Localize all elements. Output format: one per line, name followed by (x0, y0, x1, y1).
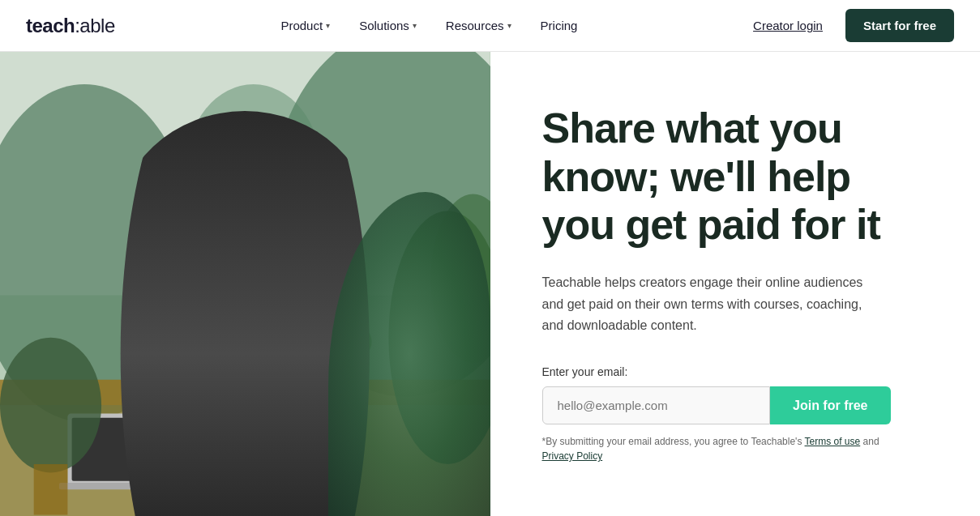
svg-point-9 (190, 173, 309, 308)
svg-point-14 (243, 258, 251, 270)
svg-point-20 (238, 393, 242, 398)
start-for-free-button[interactable]: Start for free (845, 9, 954, 42)
svg-point-2 (271, 52, 490, 397)
svg-point-34 (431, 194, 490, 363)
logo[interactable]: teach:able (26, 15, 115, 37)
resources-chevron-icon: ▾ (507, 21, 511, 30)
terms-of-use-link[interactable]: Terms of use (805, 436, 861, 447)
hero-image-wrapper (0, 52, 490, 516)
svg-point-25 (292, 321, 368, 380)
svg-rect-16 (195, 371, 296, 430)
svg-point-10 (188, 151, 310, 245)
nav-links: Product ▾ Solutions ▾ Resources ▾ Pricin… (269, 12, 588, 39)
hero-section: Share what you know; we'll help you get … (0, 52, 980, 516)
svg-point-33 (388, 211, 490, 464)
svg-point-18 (232, 387, 259, 414)
hero-content: Share what you know; we'll help you get … (490, 72, 981, 497)
svg-point-19 (237, 392, 254, 409)
hero-subtitle: Teachable helps creators engage their on… (542, 272, 867, 336)
logo-bold: teach (26, 15, 75, 36)
svg-rect-32 (34, 464, 68, 515)
creator-login-button[interactable]: Creator login (743, 12, 832, 39)
disclaimer-text: *By submitting your email address, you a… (542, 434, 891, 463)
svg-rect-15 (186, 363, 304, 439)
svg-rect-8 (169, 279, 329, 447)
nav-right: Creator login Start for free (743, 9, 954, 42)
hero-title: Share what you know; we'll help you get … (542, 104, 932, 249)
nav-solutions[interactable]: Solutions ▾ (348, 12, 428, 39)
svg-point-4 (186, 84, 321, 253)
join-for-free-button[interactable]: Join for free (770, 386, 890, 424)
svg-point-7 (143, 262, 346, 516)
svg-rect-21 (235, 439, 255, 506)
svg-point-12 (221, 237, 235, 253)
svg-point-31 (0, 338, 101, 473)
svg-point-11 (173, 181, 233, 258)
svg-rect-27 (308, 384, 350, 397)
navbar: teach:able Product ▾ Solutions ▾ Resourc… (0, 0, 980, 52)
email-form: Join for free (542, 386, 891, 424)
hero-image (0, 52, 490, 516)
svg-rect-30 (59, 483, 186, 489)
logo-light: :able (75, 15, 115, 36)
svg-point-26 (321, 321, 372, 363)
privacy-policy-link[interactable]: Privacy Policy (542, 450, 603, 462)
email-label: Enter your email: (542, 365, 932, 378)
nav-pricing[interactable]: Pricing (529, 12, 589, 39)
svg-line-22 (195, 456, 246, 516)
svg-point-13 (259, 237, 273, 253)
product-chevron-icon: ▾ (326, 21, 330, 30)
solutions-chevron-icon: ▾ (413, 21, 417, 30)
email-input[interactable] (542, 386, 771, 424)
hero-illustration (0, 52, 490, 516)
svg-point-17 (226, 382, 263, 420)
svg-line-23 (245, 456, 296, 516)
nav-resources[interactable]: Resources ▾ (434, 12, 523, 39)
nav-product[interactable]: Product ▾ (269, 12, 341, 39)
svg-rect-24 (321, 355, 338, 389)
